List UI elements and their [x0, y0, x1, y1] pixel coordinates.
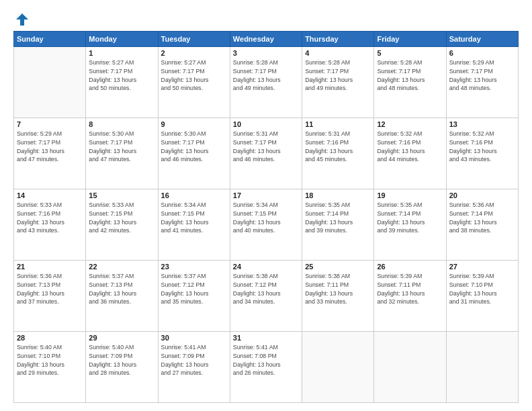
- calendar-cell: 13Sunrise: 5:32 AMSunset: 7:16 PMDayligh…: [446, 118, 518, 189]
- calendar-cell: [14, 47, 86, 118]
- calendar-cell: 25Sunrise: 5:38 AMSunset: 7:11 PMDayligh…: [302, 261, 374, 332]
- calendar-cell: [446, 332, 518, 403]
- calendar-cell: 12Sunrise: 5:32 AMSunset: 7:16 PMDayligh…: [374, 118, 446, 189]
- day-info: Sunrise: 5:36 AMSunset: 7:13 PMDaylight:…: [17, 272, 83, 306]
- day-number: 7: [17, 120, 83, 128]
- day-info: Sunrise: 5:39 AMSunset: 7:10 PMDaylight:…: [449, 272, 515, 306]
- day-info: Sunrise: 5:40 AMSunset: 7:10 PMDaylight:…: [17, 343, 83, 377]
- day-info: Sunrise: 5:41 AMSunset: 7:08 PMDaylight:…: [233, 343, 299, 377]
- logo-icon: [15, 12, 30, 27]
- calendar-cell: 6Sunrise: 5:29 AMSunset: 7:17 PMDaylight…: [446, 47, 518, 118]
- day-info: Sunrise: 5:32 AMSunset: 7:16 PMDaylight:…: [377, 130, 443, 164]
- day-number: 26: [377, 263, 443, 271]
- calendar-cell: 9Sunrise: 5:30 AMSunset: 7:17 PMDaylight…: [158, 118, 230, 189]
- week-row-3: 21Sunrise: 5:36 AMSunset: 7:13 PMDayligh…: [14, 261, 519, 332]
- day-info: Sunrise: 5:36 AMSunset: 7:14 PMDaylight:…: [449, 201, 515, 235]
- calendar-cell: 22Sunrise: 5:37 AMSunset: 7:13 PMDayligh…: [86, 261, 158, 332]
- calendar-cell: 5Sunrise: 5:28 AMSunset: 7:17 PMDaylight…: [374, 47, 446, 118]
- weekday-header-tuesday: Tuesday: [158, 32, 230, 47]
- day-number: 13: [449, 120, 515, 128]
- weekday-header-friday: Friday: [374, 32, 446, 47]
- week-row-0: 1Sunrise: 5:27 AMSunset: 7:17 PMDaylight…: [14, 47, 519, 118]
- day-number: 5: [377, 49, 443, 57]
- day-info: Sunrise: 5:35 AMSunset: 7:14 PMDaylight:…: [305, 201, 371, 235]
- day-info: Sunrise: 5:27 AMSunset: 7:17 PMDaylight:…: [161, 58, 227, 93]
- calendar-cell: 14Sunrise: 5:33 AMSunset: 7:16 PMDayligh…: [14, 189, 86, 261]
- calendar-cell: 27Sunrise: 5:39 AMSunset: 7:10 PMDayligh…: [446, 261, 518, 332]
- day-info: Sunrise: 5:34 AMSunset: 7:15 PMDaylight:…: [161, 201, 227, 235]
- day-info: Sunrise: 5:38 AMSunset: 7:11 PMDaylight:…: [305, 272, 371, 306]
- calendar-cell: [302, 332, 374, 403]
- day-number: 21: [17, 263, 83, 271]
- weekday-header-thursday: Thursday: [302, 32, 374, 47]
- weekday-header-wednesday: Wednesday: [230, 32, 302, 47]
- day-number: 16: [161, 191, 227, 199]
- header: [13, 12, 519, 24]
- week-row-2: 14Sunrise: 5:33 AMSunset: 7:16 PMDayligh…: [14, 189, 519, 261]
- day-number: 29: [89, 334, 154, 342]
- day-info: Sunrise: 5:39 AMSunset: 7:11 PMDaylight:…: [377, 272, 443, 306]
- weekday-header-monday: Monday: [86, 32, 158, 47]
- calendar-cell: 11Sunrise: 5:31 AMSunset: 7:16 PMDayligh…: [302, 118, 374, 189]
- calendar-cell: 31Sunrise: 5:41 AMSunset: 7:08 PMDayligh…: [230, 332, 302, 403]
- calendar-cell: 26Sunrise: 5:39 AMSunset: 7:11 PMDayligh…: [374, 261, 446, 332]
- day-number: 4: [305, 49, 371, 57]
- calendar-body: 1Sunrise: 5:27 AMSunset: 7:17 PMDaylight…: [14, 47, 519, 403]
- day-number: 8: [89, 120, 154, 128]
- calendar-cell: 8Sunrise: 5:30 AMSunset: 7:17 PMDaylight…: [86, 118, 158, 189]
- calendar-cell: 7Sunrise: 5:29 AMSunset: 7:17 PMDaylight…: [14, 118, 86, 189]
- calendar-cell: 16Sunrise: 5:34 AMSunset: 7:15 PMDayligh…: [158, 189, 230, 261]
- day-number: 3: [233, 49, 299, 57]
- day-number: 31: [233, 334, 299, 342]
- calendar-cell: 2Sunrise: 5:27 AMSunset: 7:17 PMDaylight…: [158, 47, 230, 118]
- day-number: 25: [305, 263, 371, 271]
- day-number: 6: [449, 49, 515, 57]
- calendar-cell: 20Sunrise: 5:36 AMSunset: 7:14 PMDayligh…: [446, 189, 518, 261]
- calendar-cell: 23Sunrise: 5:37 AMSunset: 7:12 PMDayligh…: [158, 261, 230, 332]
- day-info: Sunrise: 5:34 AMSunset: 7:15 PMDaylight:…: [233, 201, 299, 235]
- page: SundayMondayTuesdayWednesdayThursdayFrid…: [0, 0, 532, 411]
- calendar-header: SundayMondayTuesdayWednesdayThursdayFrid…: [14, 32, 519, 47]
- day-info: Sunrise: 5:27 AMSunset: 7:17 PMDaylight:…: [89, 58, 154, 93]
- day-info: Sunrise: 5:35 AMSunset: 7:14 PMDaylight:…: [377, 201, 443, 235]
- day-number: 11: [305, 120, 371, 128]
- calendar-cell: 17Sunrise: 5:34 AMSunset: 7:15 PMDayligh…: [230, 189, 302, 261]
- day-info: Sunrise: 5:38 AMSunset: 7:12 PMDaylight:…: [233, 272, 299, 306]
- calendar-cell: 21Sunrise: 5:36 AMSunset: 7:13 PMDayligh…: [14, 261, 86, 332]
- logo: [13, 12, 30, 24]
- day-info: Sunrise: 5:33 AMSunset: 7:15 PMDaylight:…: [89, 201, 154, 235]
- day-info: Sunrise: 5:31 AMSunset: 7:17 PMDaylight:…: [233, 130, 299, 164]
- day-number: 27: [449, 263, 515, 271]
- calendar-cell: 10Sunrise: 5:31 AMSunset: 7:17 PMDayligh…: [230, 118, 302, 189]
- day-number: 10: [233, 120, 299, 128]
- day-info: Sunrise: 5:40 AMSunset: 7:09 PMDaylight:…: [89, 343, 154, 377]
- calendar-cell: 18Sunrise: 5:35 AMSunset: 7:14 PMDayligh…: [302, 189, 374, 261]
- calendar-cell: 1Sunrise: 5:27 AMSunset: 7:17 PMDaylight…: [86, 47, 158, 118]
- day-number: 17: [233, 191, 299, 199]
- day-info: Sunrise: 5:30 AMSunset: 7:17 PMDaylight:…: [89, 130, 154, 164]
- calendar-cell: 30Sunrise: 5:41 AMSunset: 7:09 PMDayligh…: [158, 332, 230, 403]
- day-info: Sunrise: 5:30 AMSunset: 7:17 PMDaylight:…: [161, 130, 227, 164]
- calendar-cell: 19Sunrise: 5:35 AMSunset: 7:14 PMDayligh…: [374, 189, 446, 261]
- day-info: Sunrise: 5:33 AMSunset: 7:16 PMDaylight:…: [17, 201, 83, 235]
- day-number: 2: [161, 49, 227, 57]
- weekday-row: SundayMondayTuesdayWednesdayThursdayFrid…: [14, 32, 519, 47]
- day-info: Sunrise: 5:28 AMSunset: 7:17 PMDaylight:…: [305, 58, 371, 93]
- day-info: Sunrise: 5:28 AMSunset: 7:17 PMDaylight:…: [377, 58, 443, 93]
- week-row-1: 7Sunrise: 5:29 AMSunset: 7:17 PMDaylight…: [14, 118, 519, 189]
- day-number: 12: [377, 120, 443, 128]
- day-number: 30: [161, 334, 227, 342]
- day-number: 9: [161, 120, 227, 128]
- day-number: 23: [161, 263, 227, 271]
- day-info: Sunrise: 5:28 AMSunset: 7:17 PMDaylight:…: [233, 58, 299, 93]
- calendar-cell: 29Sunrise: 5:40 AMSunset: 7:09 PMDayligh…: [86, 332, 158, 403]
- day-number: 18: [305, 191, 371, 199]
- day-number: 15: [89, 191, 154, 199]
- calendar-table: SundayMondayTuesdayWednesdayThursdayFrid…: [13, 31, 519, 403]
- day-number: 20: [449, 191, 515, 199]
- weekday-header-saturday: Saturday: [446, 32, 518, 47]
- day-info: Sunrise: 5:37 AMSunset: 7:13 PMDaylight:…: [89, 272, 154, 306]
- calendar-cell: 28Sunrise: 5:40 AMSunset: 7:10 PMDayligh…: [14, 332, 86, 403]
- day-info: Sunrise: 5:31 AMSunset: 7:16 PMDaylight:…: [305, 130, 371, 164]
- day-number: 19: [377, 191, 443, 199]
